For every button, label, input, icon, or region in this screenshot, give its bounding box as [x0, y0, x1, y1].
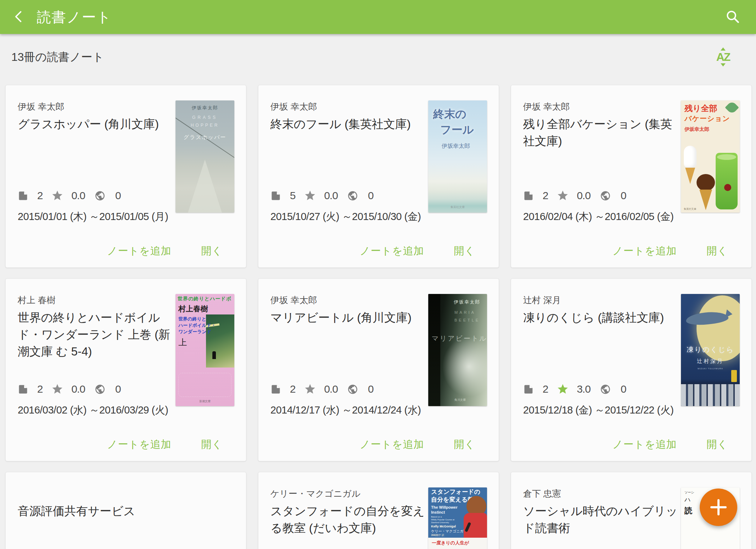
cover-text: 伊坂幸太郎 [454, 300, 480, 305]
book-card[interactable]: ケリー・マクゴニガル スタンフォードの自分を変える教室 (だいわ文庫) スタンフ… [258, 472, 499, 549]
book-author: 辻村 深月 [523, 294, 561, 306]
cover-decor [464, 513, 487, 538]
cover-text: Wildly Popular Course at [431, 519, 454, 521]
open-link[interactable]: 開く [454, 438, 475, 452]
cover-text: 一度きりの人生が [432, 541, 469, 545]
add-note-link[interactable]: ノートを追加 [107, 438, 171, 452]
note-icon [270, 384, 281, 394]
cover-text: 終末の [433, 108, 466, 120]
note-icon [523, 384, 533, 394]
book-cover-image: スタンフォードの自分を変える教室The WillpowerInstinctBas… [428, 487, 487, 549]
add-note-link[interactable]: ノートを追加 [360, 438, 424, 452]
cover-decor [697, 174, 715, 191]
cover-text: ワンダーランド [178, 329, 211, 334]
book-title: スタンフォードの自分を変える教室 (だいわ文庫) [270, 503, 426, 537]
reading-dates: 2016/02/04 (木) ～2016/02/05 (金) [523, 210, 674, 224]
cover-text: 世界の終りとハードボ [178, 296, 231, 301]
rating-value: 0.0 [71, 383, 85, 395]
book-title: 世界の終りとハードボイルド・ワンダーランド 上巻 (新潮文庫 む 5-4) [18, 309, 173, 360]
book-grid: 伊坂 幸太郎 グラスホッパー (角川文庫) 伊坂幸太郎GRASSHOPPERグラ… [5, 85, 752, 549]
note-icon [18, 384, 28, 394]
notes-count: 2 [37, 383, 43, 395]
cover-text: ハ [685, 497, 691, 503]
cover-text: 伊坂幸太郎 [442, 143, 470, 149]
app-bar: 読書ノート [0, 0, 756, 34]
globe-icon [347, 190, 358, 201]
cover-decor [725, 100, 739, 115]
rating-value: 0.0 [71, 190, 85, 202]
cover-text: ハードボイルド・ [178, 323, 216, 328]
cover-text: 辻村深月 [697, 358, 724, 364]
globe-icon [94, 384, 105, 395]
notes-count: 2 [543, 383, 548, 395]
add-note-link[interactable]: ノートを追加 [612, 438, 677, 452]
shared-count: 0 [368, 383, 373, 395]
rating-value: 3.0 [577, 383, 591, 395]
cover-text: Instinct [431, 510, 445, 514]
cover-decor [178, 373, 231, 397]
star-icon [557, 190, 569, 202]
cover-text: 新潮文庫 [199, 400, 211, 403]
book-title: 残り全部バケーション (集英社文庫) [523, 116, 679, 150]
stats-row: 2 0.0 0 [523, 189, 626, 203]
note-icon [270, 191, 281, 201]
page-title: 読書ノート [37, 7, 112, 27]
book-cover-image: 伊坂幸太郎GRASSHOPPERグラスホッパー [176, 100, 234, 213]
fab-add-button[interactable] [700, 489, 737, 526]
book-card[interactable]: 音源評価共有サービス [5, 472, 246, 549]
cover-text: マリアビートル [432, 335, 487, 342]
cover-decor [716, 153, 738, 209]
open-link[interactable]: 開く [201, 438, 223, 452]
cover-text: スタンフォードの [431, 489, 480, 496]
shared-count: 0 [115, 190, 121, 202]
open-link[interactable]: 開く [706, 438, 728, 452]
stats-row: 5 0.0 0 [270, 189, 373, 203]
cover-text: 残り全部 [685, 104, 717, 113]
book-title: ソーシャル時代のハイブリッド読書術 [523, 503, 679, 537]
cover-decor [681, 384, 740, 406]
book-author: 伊坂 幸太郎 [270, 294, 317, 306]
star-icon [557, 383, 569, 395]
add-note-link[interactable]: ノートを追加 [612, 244, 677, 258]
book-count-label: 13冊の読書ノート [11, 50, 104, 65]
cover-text: 上 [178, 338, 187, 347]
stats-row: 2 0.0 0 [270, 382, 373, 396]
cover-text: 集英社文庫 [684, 208, 696, 210]
book-card[interactable]: 村上 春樹 世界の終りとハードボイルド・ワンダーランド 上巻 (新潮文庫 む 5… [5, 278, 246, 461]
book-card[interactable]: 伊坂 幸太郎 残り全部バケーション (集英社文庫) 残り全部バケーション伊坂幸太… [511, 85, 752, 268]
sort-alpha-button[interactable]: AZ [711, 45, 735, 69]
add-note-link[interactable]: ノートを追加 [107, 244, 171, 258]
chevron-left-icon [11, 9, 27, 25]
globe-icon [94, 190, 105, 201]
cover-text: BEETLE [454, 318, 480, 322]
cover-text: Based on a [431, 516, 442, 518]
book-title: 終末のフール (集英社文庫) [270, 116, 426, 133]
book-cover-image: 凍りのくじら辻村深月MIZUKI TSUJIMURA [681, 294, 740, 406]
card-actions: ノートを追加 開く [612, 244, 751, 258]
cover-text: 角川文庫 [454, 399, 466, 402]
cover-text: Stanford University [431, 521, 449, 524]
open-link[interactable]: 開く [201, 244, 223, 258]
cover-decor [428, 294, 440, 406]
open-link[interactable]: 開く [706, 244, 728, 258]
book-cover-image: 残り全部バケーション伊坂幸太郎集英社文庫 [681, 100, 740, 213]
book-author: 村上 春樹 [18, 294, 56, 306]
cover-text: 村上春樹 [178, 305, 208, 313]
add-note-link[interactable]: ノートを追加 [360, 244, 424, 258]
search-button[interactable] [720, 4, 745, 30]
globe-icon [600, 384, 611, 395]
sort-up-arrow-icon [721, 47, 726, 51]
stats-row: 2 3.0 0 [523, 382, 626, 396]
note-icon [18, 191, 28, 201]
open-link[interactable]: 開く [454, 244, 475, 258]
card-actions: ノートを追加 開く [360, 438, 499, 452]
back-button[interactable] [6, 4, 32, 30]
reading-dates: 2015/10/27 (火) ～2015/10/30 (金) [270, 210, 421, 224]
book-card[interactable]: 伊坂 幸太郎 終末のフール (集英社文庫) 終末のフール伊坂幸太郎集英社文庫 5… [258, 85, 499, 268]
book-card[interactable]: 辻村 深月 凍りのくじら (講談社文庫) 凍りのくじら辻村深月MIZUKI TS… [511, 278, 752, 461]
cover-text: バケーション [685, 115, 730, 122]
book-card[interactable]: 伊坂 幸太郎 マリアビートル (角川文庫) 伊坂幸太郎MARIABEETLEマリ… [258, 278, 499, 461]
reading-dates: 2016/03/02 (水) ～2016/03/29 (火) [18, 403, 168, 417]
book-card[interactable]: 伊坂 幸太郎 グラスホッパー (角川文庫) 伊坂幸太郎GRASSHOPPERグラ… [5, 85, 246, 268]
shared-count: 0 [620, 190, 626, 202]
